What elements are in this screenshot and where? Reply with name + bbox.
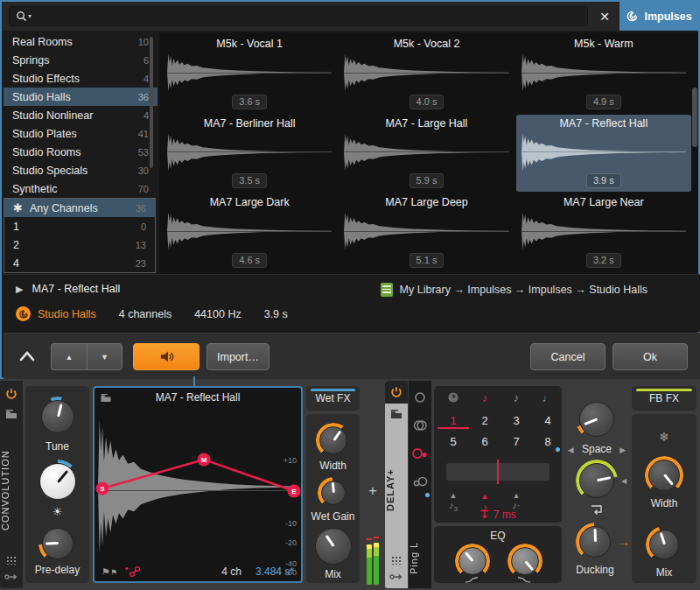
gain-envelope[interactable]: S M E [94, 388, 301, 581]
device-title-convolution[interactable]: CONVOLUTION [0, 442, 23, 538]
channel-filter-2[interactable]: 213 [4, 235, 155, 254]
space-prev-arrow[interactable]: ◀ [568, 446, 574, 454]
routing-icon[interactable] [4, 572, 18, 581]
convolution-header-strip[interactable]: CONVOLUTION [0, 381, 23, 588]
flag-icons[interactable]: ⚑⚑ [102, 566, 117, 578]
drag-handle-icon[interactable] [6, 556, 17, 565]
tune-knob[interactable] [38, 397, 78, 437]
dotted-modifier[interactable]: ▲♪· [500, 489, 532, 510]
free-time-icon[interactable] [438, 391, 469, 406]
next-item-button[interactable]: ▼ [87, 343, 122, 370]
result-item[interactable]: M5k - Warm4.9 s [516, 35, 691, 113]
drag-handle-icon[interactable] [391, 556, 402, 565]
preset-folder-icon[interactable] [390, 409, 402, 419]
results-scrollbar[interactable] [692, 88, 697, 147]
power-icon[interactable] [5, 388, 18, 400]
mode-dual-icon[interactable] [412, 475, 428, 488]
sidebar-item-studio-effects[interactable]: Studio Effects4 [4, 69, 158, 88]
result-item[interactable]: MA7 - Berliner Hall3.5 s [162, 115, 337, 193]
cancel-button[interactable]: Cancel [530, 343, 606, 370]
sidebar-item-synthetic[interactable]: Synthetic70 [4, 179, 158, 198]
step-4[interactable]: 4 [532, 414, 564, 429]
fb-mix-knob[interactable] [646, 526, 682, 563]
channel-filter-4[interactable]: 423 [4, 254, 155, 272]
result-item[interactable]: MA7 Large Deep5.1 s [339, 193, 514, 271]
channel-filter-any[interactable]: ✱ Any Channels 36 [4, 199, 155, 217]
sync-note-icon[interactable]: ♪ [500, 391, 532, 406]
result-item[interactable]: MA7 Large Near3.2 s [516, 193, 691, 271]
sidebar-item-springs[interactable]: Springs6 [4, 51, 158, 69]
device-title-delay[interactable]: DELAY+ [385, 442, 408, 538]
step-7[interactable]: 7 [500, 435, 532, 448]
channel-count: 36 [136, 203, 146, 214]
search-options-caret[interactable]: ▾ [28, 12, 32, 20]
eq-highcut-knob[interactable] [508, 544, 542, 579]
impulse-display[interactable]: MA7 - Reflect Hall +10 -10 -20 -40 -60 S… [93, 386, 303, 583]
step-2[interactable]: 2 [469, 414, 500, 429]
search-input[interactable]: ▾ [9, 6, 588, 26]
delay-mode-label[interactable]: Ping L [409, 531, 431, 584]
delay-header-strip[interactable]: DELAY+ [385, 381, 408, 588]
result-item-selected[interactable]: MA7 - Reflect Hall3.9 s [516, 115, 691, 193]
category-label: Studio Plates [12, 128, 77, 140]
sidebar-item-studio-halls[interactable]: Studio Halls36 [4, 88, 158, 106]
result-item[interactable]: M5k - Vocal 13.6 s [162, 35, 337, 113]
feedback-mod-arrow[interactable]: ◀ [621, 477, 626, 485]
wet-gain-knob[interactable] [318, 477, 349, 509]
sync-eighth-icon[interactable]: ♪ [469, 391, 500, 406]
step-8[interactable]: 8 [532, 435, 564, 448]
mode-mono-icon[interactable] [414, 391, 426, 404]
sidebar-item-real-rooms[interactable]: Real Rooms10 [4, 32, 158, 51]
selected-category[interactable]: Studio Halls [38, 308, 96, 320]
step-1[interactable]: 1 [438, 414, 469, 429]
sidebar-scrollbar[interactable] [150, 37, 153, 168]
delay-time-value[interactable]: 7 ms [434, 509, 562, 521]
ducking-knob[interactable] [576, 523, 614, 561]
import-button[interactable]: Import… [206, 343, 270, 370]
audition-button[interactable] [133, 343, 200, 370]
sidebar-item-studio-specials[interactable]: Studio Specials30 [4, 161, 158, 179]
wet-fx-header[interactable]: Wet FX [306, 386, 360, 411]
feedback-repeat-icon[interactable] [590, 504, 604, 516]
step-5[interactable]: 5 [438, 435, 469, 448]
tab-impulses[interactable]: Impulses [620, 2, 698, 31]
previous-item-button[interactable]: ▲ [51, 343, 87, 370]
impulse-length-value[interactable]: 3.484 s* [256, 565, 294, 578]
space-next-arrow[interactable]: ▶ [620, 446, 626, 454]
result-item[interactable]: M5k - Vocal 24.0 s [339, 35, 514, 113]
sidebar-item-studio-nonlinear[interactable]: Studio Nonlinear4 [4, 106, 158, 124]
close-icon[interactable]: ✕ [593, 6, 616, 26]
selected-channels: 4 channels [119, 308, 172, 320]
fb-width-knob[interactable] [645, 456, 683, 495]
sidebar-item-studio-rooms[interactable]: Studio Rooms53 [4, 143, 158, 161]
envelope-link-icon[interactable] [124, 566, 140, 577]
freeze-icon[interactable]: ❄ [632, 430, 696, 444]
preset-folder-icon[interactable] [5, 409, 18, 419]
sync-quarter-icon[interactable]: ♩ [532, 391, 564, 406]
duration-badge: 4.6 s [232, 253, 267, 268]
ok-button[interactable]: Ok [612, 343, 688, 370]
result-item[interactable]: MA7 - Large Hall5.9 s [339, 115, 514, 193]
space-knob[interactable] [576, 398, 618, 440]
collapse-chevron-icon[interactable] [18, 346, 37, 367]
step-3[interactable]: 3 [500, 414, 532, 429]
mode-stereo-icon[interactable] [413, 419, 427, 432]
feedback-knob[interactable] [576, 460, 618, 502]
delay-fine-slider[interactable] [446, 463, 550, 481]
predelay-knob[interactable] [38, 524, 77, 563]
result-item[interactable]: MA7 Large Dark4.6 s [162, 193, 337, 271]
routing-icon[interactable] [389, 572, 403, 581]
channel-filter-1[interactable]: 10 [4, 217, 155, 235]
sidebar-item-studio-plates[interactable]: Studio Plates41 [4, 124, 158, 143]
power-icon[interactable] [390, 386, 402, 398]
wet-mix-knob[interactable] [313, 526, 354, 566]
damping-knob[interactable] [36, 460, 80, 503]
eq-lowcut-knob[interactable] [455, 544, 490, 579]
step-6[interactable]: 6 [469, 435, 500, 448]
mode-pingpong-icon[interactable] [412, 447, 428, 460]
add-device-button[interactable]: + [365, 482, 381, 500]
play-icon[interactable]: ▶ [16, 284, 23, 295]
duration-badge: 3.9 s [586, 173, 621, 188]
fb-fx-header[interactable]: FB FX [632, 386, 696, 411]
wet-width-knob[interactable] [316, 423, 351, 458]
